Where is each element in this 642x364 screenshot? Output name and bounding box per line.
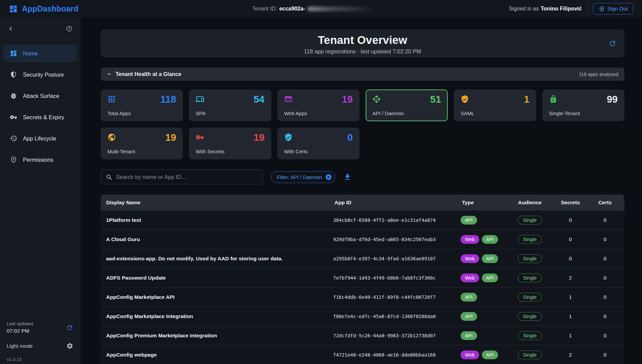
search-input[interactable] — [116, 174, 258, 180]
cell-display-name: aad-extensions-app. Do not modify. Used … — [101, 256, 333, 262]
sidebar-refresh-button[interactable] — [66, 324, 73, 331]
stat-value: 99 — [607, 94, 618, 105]
cell-type: WebAPI — [461, 254, 504, 263]
sidebar-item[interactable]: Home — [3, 45, 77, 62]
chevron-down-icon — [107, 72, 112, 77]
app-version: v1.0.13 — [0, 354, 80, 364]
cell-type: API — [461, 312, 504, 321]
chevron-left-icon — [7, 25, 14, 32]
sidebar-item[interactable]: Attack Surface — [3, 87, 77, 105]
table-row[interactable]: ADFS Password Update 7efbf944-1d43-4f49-… — [101, 268, 624, 287]
theme-label: Light mode — [7, 343, 33, 349]
cell-certs: 0 — [586, 352, 624, 358]
table-row[interactable]: AppConfig Premium Marketplace Integratio… — [101, 326, 624, 345]
stat-card[interactable]: 99 Single-Tenant — [542, 89, 624, 121]
sidebar-item-label: Permissions — [23, 157, 53, 163]
cell-certs: 0 — [586, 275, 624, 281]
cell-certs: 0 — [586, 333, 624, 339]
stat-value: 1 — [524, 94, 529, 105]
cell-app-id: 364cb8cf-6588-4ff2-a8ee-e1c31af4a874 — [333, 217, 461, 223]
theme-toggle-button[interactable] — [66, 342, 73, 349]
sidebar-item-icon — [10, 92, 17, 100]
cell-audience: Single — [504, 331, 555, 340]
top-bar: AppDashboard Tenant ID: ecca902a- Signed… — [0, 0, 642, 18]
audience-pill: Single — [518, 274, 542, 282]
cell-display-name: ADFS Password Update — [101, 275, 333, 281]
stat-value: 0 — [347, 132, 353, 143]
cell-certs: 0 — [586, 217, 624, 223]
cell-type: WebAPI — [461, 235, 504, 244]
cell-type: API — [461, 331, 504, 340]
sidebar-item-label: Secrets & Expiry — [23, 114, 64, 121]
stat-value: 19 — [165, 132, 176, 143]
health-accordion[interactable]: Tenant Health at a Glance 118 apps analy… — [101, 68, 624, 81]
health-title: Tenant Health at a Glance — [116, 71, 181, 77]
signed-in-label: Signed in as — [509, 6, 539, 12]
table-row[interactable]: AppConfig webpage f4721e48-e248-4068-ae1… — [101, 345, 624, 364]
sidebar-item[interactable]: Secrets & Expiry — [3, 108, 77, 126]
tenant-id-redacted — [307, 7, 375, 11]
sidebar-item-label: Security Posture — [23, 72, 64, 78]
sign-out-label: Sign Out — [608, 6, 628, 12]
cell-audience: Single — [504, 216, 555, 225]
sidebar-item[interactable]: Security Posture — [3, 66, 77, 83]
stat-card[interactable]: 0 With Certs — [277, 128, 360, 159]
search-icon — [106, 174, 112, 180]
cell-app-id: f4721e48-e248-4068-ae16-dde80bbaa168 — [333, 352, 461, 358]
cell-certs: 0 — [586, 294, 624, 300]
sign-out-button[interactable]: Sign Out — [593, 3, 633, 15]
stat-card[interactable]: 54 SPA — [189, 89, 271, 121]
column-header-app-id: App ID — [333, 200, 461, 206]
help-button[interactable] — [66, 25, 73, 32]
table-row[interactable]: AppConfig Marketplace API f16c4ddb-6e40-… — [101, 287, 624, 307]
stat-label: API / Daemon — [372, 110, 404, 116]
stat-card[interactable]: 1 SAML — [454, 89, 536, 121]
cell-secrets: 2 — [555, 275, 586, 281]
table-row[interactable]: A Cloud Guru 929df0ba-df6d-45ed-a865-834… — [101, 230, 624, 249]
theme-toggle-row[interactable]: Light mode — [0, 338, 80, 354]
stat-card[interactable]: 19 Multi-Tenant — [101, 128, 183, 159]
stat-card[interactable]: 118 Total Apps — [101, 89, 183, 121]
page-refresh-button[interactable] — [609, 40, 616, 47]
stat-card[interactable]: 19 Web Apps — [277, 89, 360, 121]
stat-icon — [372, 95, 381, 103]
stat-card[interactable]: 51 API / Daemon — [366, 89, 448, 121]
cell-display-name: AppConfig Marketplace Integration — [101, 313, 333, 319]
table-row[interactable]: 1Platform test 364cb8cf-6588-4ff2-a8ee-e… — [101, 210, 624, 230]
apps-table: Display Name App ID Type Audience Secret… — [101, 194, 624, 364]
cell-display-name: A Cloud Guru — [101, 236, 333, 242]
sidebar-item[interactable]: Permissions — [3, 151, 77, 168]
type-pill-api: API — [461, 331, 477, 340]
audience-pill: Single — [518, 293, 542, 302]
download-button[interactable] — [343, 173, 352, 181]
tenant-id-value: ecca902a- — [279, 6, 305, 12]
stat-label: With Secrets — [196, 149, 224, 154]
table-row[interactable]: aad-extensions-app. Do not modify. Used … — [101, 249, 624, 268]
last-updated-time: 07:02 PM — [7, 328, 33, 334]
cell-certs: 0 — [586, 313, 624, 319]
table-header-row: Display Name App ID Type Audience Secret… — [101, 194, 624, 210]
audience-pill: Single — [518, 331, 542, 340]
cell-secrets: 0 — [555, 256, 586, 262]
sidebar-item[interactable]: App Lifecycle — [3, 130, 77, 147]
app-title: AppDashboard — [22, 4, 78, 14]
cell-app-id: a295b8f4-e397-4c34-9fad-a1636ae09107 — [333, 256, 461, 261]
cell-secrets: 1 — [555, 294, 586, 300]
cell-app-id: f88e7e4c-edfc-45a6-87cd-1360f0286da0 — [333, 314, 461, 319]
collapse-sidebar-button[interactable] — [7, 25, 14, 32]
sidebar-item-icon — [10, 156, 17, 163]
table-row[interactable]: AppConfig Marketplace Integration f88e7e… — [101, 307, 624, 326]
audience-pill: Single — [518, 216, 542, 225]
cell-display-name: AppConfig Marketplace API — [101, 294, 333, 300]
remove-filter-icon[interactable] — [325, 174, 332, 181]
search-box — [101, 170, 263, 184]
stat-value: 54 — [253, 94, 264, 105]
type-pill-web: Web — [461, 274, 479, 282]
type-pill-api: API — [482, 254, 498, 263]
cell-display-name: AppConfig webpage — [101, 352, 333, 358]
audience-pill: Single — [518, 235, 542, 244]
cell-secrets: 0 — [555, 236, 586, 242]
type-pill-api: API — [461, 293, 477, 302]
stat-card[interactable]: 19 With Secrets — [189, 128, 271, 159]
filter-chip[interactable]: Filter: API / Daemon — [271, 171, 335, 183]
